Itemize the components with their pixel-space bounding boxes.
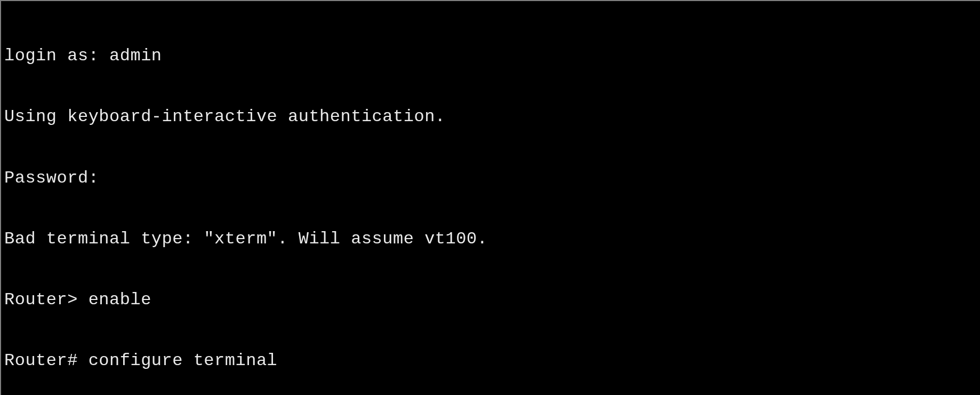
terminal-line: Router> enable xyxy=(4,290,978,310)
terminal-line: login as: admin xyxy=(4,46,978,66)
terminal-line: Password: xyxy=(4,168,978,188)
terminal-line: Bad terminal type: "xterm". Will assume … xyxy=(4,229,978,249)
terminal-line: Using keyboard-interactive authenticatio… xyxy=(4,107,978,127)
terminal-line: Router# configure terminal xyxy=(4,351,978,371)
terminal-window[interactable]: login as: admin Using keyboard-interacti… xyxy=(0,0,980,395)
